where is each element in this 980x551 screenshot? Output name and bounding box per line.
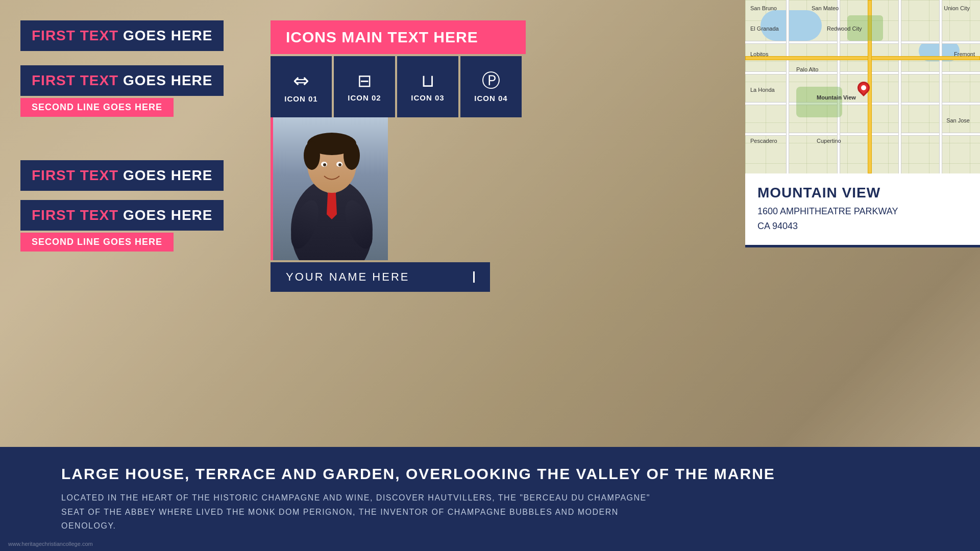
- right-column: San Bruno San Mateo Union City El Granad…: [745, 0, 980, 447]
- address-box: MOUNTAIN VIEW 1600 AMPHITHEATRE PARKWAY …: [745, 173, 980, 247]
- map-road-v1: [786, 0, 789, 173]
- label-primary-3: FIRST TEXT GOES HERE: [20, 160, 224, 191]
- map-label-3: Union City: [944, 5, 970, 11]
- left-column: FIRST TEXT GOES HERE FIRST TEXT GOES HER…: [0, 0, 255, 447]
- address-street-line2: CA 94043: [757, 221, 798, 231]
- icons-row: ⇔ ICON 01 ⊟ ICON 02 ⊔ ICON 03 Ⓟ ICON 04: [271, 56, 526, 117]
- map-road-v3: [898, 0, 901, 173]
- name-bar: YOUR NAME HERE: [271, 262, 490, 292]
- icon-card-2: ⊟ ICON 02: [334, 56, 395, 117]
- bottom-area: LARGE HOUSE, TERRACE AND GARDEN, OVERLOO…: [0, 447, 980, 551]
- icons-header: ICONS MAIN TEXT HERE: [271, 20, 526, 54]
- map-road-h3: [745, 102, 980, 105]
- label-primary-1-rest: GOES HERE: [123, 28, 212, 43]
- bottom-description: LOCATED IN THE HEART OF THE HISTORIC CHA…: [61, 491, 674, 533]
- name-cursor: [473, 271, 475, 283]
- highlight-3: FIRST TEXT: [32, 167, 123, 183]
- map-background: San Bruno San Mateo Union City El Granad…: [745, 0, 980, 173]
- svg-point-11: [323, 163, 326, 166]
- map-label-1: San Bruno: [750, 5, 777, 11]
- top-area: FIRST TEXT GOES HERE FIRST TEXT GOES HER…: [0, 0, 980, 447]
- person-svg: [273, 117, 388, 260]
- icon-symbol-3: ⊔: [421, 72, 435, 89]
- address-street-line1: 1600 AMPHITHEATRE PARKWAY: [757, 206, 898, 216]
- map-road-h4: [745, 133, 980, 136]
- label-primary-4: FIRST TEXT GOES HERE: [20, 200, 224, 231]
- map-container: San Bruno San Mateo Union City El Granad…: [745, 0, 980, 173]
- icon-symbol-2: ⊟: [357, 72, 372, 89]
- person-photo: [271, 117, 388, 260]
- icon-label-4: ICON 04: [474, 94, 507, 103]
- map-label-7: Palo Alto: [796, 66, 818, 72]
- svg-point-7: [304, 141, 320, 170]
- icon-symbol-4: Ⓟ: [482, 71, 500, 90]
- icon-card-3: ⊔ ICON 03: [397, 56, 458, 117]
- map-label-9: La Honda: [750, 87, 775, 93]
- address-street: 1600 AMPHITHEATRE PARKWAY CA 94043: [757, 204, 968, 234]
- map-label-5: Redwood City: [827, 26, 862, 32]
- person-container: YOUR NAME HERE: [271, 117, 490, 292]
- highlight-4: FIRST TEXT: [32, 207, 123, 223]
- svg-point-8: [344, 141, 360, 170]
- highlight-1: FIRST TEXT: [32, 28, 123, 43]
- map-label-11: Pescadero: [750, 138, 777, 144]
- bottom-title: LARGE HOUSE, TERRACE AND GARDEN, OVERLOO…: [61, 465, 919, 483]
- svg-point-12: [338, 163, 341, 166]
- label-primary-4-rest: GOES HERE: [123, 207, 212, 223]
- map-label-8: Fremont: [954, 51, 975, 57]
- map-label-10: San Jose: [946, 117, 970, 123]
- icon-card-4: Ⓟ ICON 04: [460, 56, 522, 117]
- map-pin: [857, 82, 870, 94]
- label-block-3: FIRST TEXT GOES HERE: [20, 160, 255, 191]
- label-primary-3-rest: GOES HERE: [123, 167, 212, 183]
- screen: FIRST TEXT GOES HERE FIRST TEXT GOES HER…: [0, 0, 980, 551]
- icon-label-1: ICON 01: [284, 94, 317, 103]
- map-label-4: El Granada: [750, 26, 779, 32]
- icon-symbol-1: ⇔: [293, 71, 309, 90]
- icon-label-2: ICON 02: [348, 93, 381, 102]
- map-road-h2: [745, 71, 980, 74]
- map-label-6: Lobitos: [750, 51, 768, 57]
- map-label-12: Cupertino: [817, 138, 841, 144]
- map-road-h1: [745, 41, 980, 44]
- icon-card-1: ⇔ ICON 01: [271, 56, 332, 117]
- map-highway-h: [745, 56, 980, 60]
- label-secondary-4: SECOND LINE GOES HERE: [20, 233, 174, 252]
- label-block-2: FIRST TEXT GOES HERE SECOND LINE GOES HE…: [20, 65, 255, 117]
- map-green-1: [796, 87, 842, 117]
- watermark: www.heritagechristiancollege.com: [8, 541, 93, 547]
- map-label-2: San Mateo: [812, 5, 839, 11]
- label-primary-2: FIRST TEXT GOES HERE: [20, 65, 224, 96]
- icons-section: ICONS MAIN TEXT HERE ⇔ ICON 01 ⊟ ICON 02…: [271, 20, 526, 117]
- map-label-mountain-view: Mountain View: [817, 94, 856, 101]
- address-city: MOUNTAIN VIEW: [757, 185, 968, 201]
- person-name: YOUR NAME HERE: [286, 270, 409, 284]
- label-primary-2-rest: GOES HERE: [123, 72, 212, 88]
- highlight-2: FIRST TEXT: [32, 72, 123, 88]
- middle-column: ICONS MAIN TEXT HERE ⇔ ICON 01 ⊟ ICON 02…: [255, 0, 745, 447]
- label-block-4: FIRST TEXT GOES HERE SECOND LINE GOES HE…: [20, 200, 255, 252]
- label-primary-1: FIRST TEXT GOES HERE: [20, 20, 224, 51]
- label-secondary-2: SECOND LINE GOES HERE: [20, 98, 174, 117]
- label-block-1: FIRST TEXT GOES HERE: [20, 20, 255, 51]
- icon-label-3: ICON 03: [411, 93, 444, 102]
- map-pin-head: [855, 79, 872, 96]
- map-road-v4: [939, 0, 942, 173]
